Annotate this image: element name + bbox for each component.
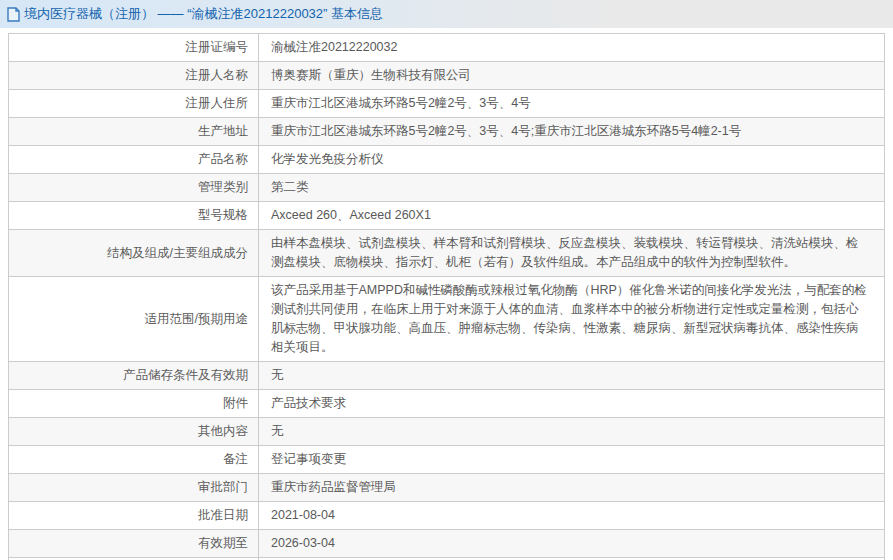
page-title: 境内医疗器械（注册） —— “渝械注准20212220032” 基本信息 <box>24 5 383 23</box>
table-row: 产品名称 化学发光免疫分析仪 <box>9 146 885 174</box>
field-value: 第二类 <box>259 174 885 202</box>
field-value: 无 <box>259 418 885 446</box>
field-label: 产品储存条件及有效期 <box>9 362 259 390</box>
field-label: 注册人名称 <box>9 62 259 90</box>
registration-info-table: 注册证编号 渝械注准20212220032 注册人名称 博奥赛斯（重庆）生物科技… <box>8 33 885 560</box>
field-label: 其他内容 <box>9 418 259 446</box>
table-row: 型号规格 Axceed 260、Axceed 260X1 <box>9 202 885 230</box>
field-label: 管理类别 <box>9 174 259 202</box>
field-label: 适用范围/预期用途 <box>9 277 259 362</box>
field-value: 由样本盘模块、试剂盘模块、样本臂和试剂臂模块、反应盘模块、装载模块、转运臂模块、… <box>259 230 885 277</box>
table-row: 产品储存条件及有效期 无 <box>9 362 885 390</box>
document-icon <box>7 7 20 22</box>
table-row: 结构及组成/主要组成成分 由样本盘模块、试剂盘模块、样本臂和试剂臂模块、反应盘模… <box>9 230 885 277</box>
field-value: Axceed 260、Axceed 260X1 <box>259 202 885 230</box>
field-label: 注册人住所 <box>9 90 259 118</box>
field-value: 渝械注准20212220032 <box>259 34 885 62</box>
field-value: 重庆市江北区港城东环路5号2幢2号、3号、4号 <box>259 90 885 118</box>
field-value: 登记事项变更 <box>259 446 885 474</box>
field-value: 无 <box>259 362 885 390</box>
field-value: 重庆市江北区港城东环路5号2幢2号、3号、4号;重庆市江北区港城东环路5号4幢2… <box>259 118 885 146</box>
field-label: 生产地址 <box>9 118 259 146</box>
table-row: 注册人住所 重庆市江北区港城东环路5号2幢2号、3号、4号 <box>9 90 885 118</box>
field-label: 备注 <box>9 446 259 474</box>
table-row: 有效期至 2026-03-04 <box>9 530 885 558</box>
field-value: 化学发光免疫分析仪 <box>259 146 885 174</box>
field-label: 注册证编号 <box>9 34 259 62</box>
field-value: 博奥赛斯（重庆）生物科技有限公司 <box>259 62 885 90</box>
field-label: 附件 <box>9 390 259 418</box>
field-value: 重庆市药品监督管理局 <box>259 474 885 502</box>
field-value: 该产品采用基于AMPPD和碱性磷酸酶或辣根过氧化物酶（HRP）催化鲁米诺的间接化… <box>259 277 885 362</box>
page-header: 境内医疗器械（注册） —— “渝械注准20212220032” 基本信息 <box>0 0 893 28</box>
table-row: 附件 产品技术要求 <box>9 390 885 418</box>
table-row: 备注 登记事项变更 <box>9 446 885 474</box>
field-label: 结构及组成/主要组成成分 <box>9 230 259 277</box>
table-row: 管理类别 第二类 <box>9 174 885 202</box>
field-value: 2026-03-04 <box>259 530 885 558</box>
field-label: 审批部门 <box>9 474 259 502</box>
field-value: 产品技术要求 <box>259 390 885 418</box>
field-label: 型号规格 <box>9 202 259 230</box>
table-row: 适用范围/预期用途 该产品采用基于AMPPD和碱性磷酸酶或辣根过氧化物酶（HRP… <box>9 277 885 362</box>
field-label: 有效期至 <box>9 530 259 558</box>
field-label: 批准日期 <box>9 502 259 530</box>
table-row: 其他内容 无 <box>9 418 885 446</box>
table-row: 审批部门 重庆市药品监督管理局 <box>9 474 885 502</box>
table-row: 注册人名称 博奥赛斯（重庆）生物科技有限公司 <box>9 62 885 90</box>
table-row: 生产地址 重庆市江北区港城东环路5号2幢2号、3号、4号;重庆市江北区港城东环路… <box>9 118 885 146</box>
table-row: 注册证编号 渝械注准20212220032 <box>9 34 885 62</box>
field-label: 产品名称 <box>9 146 259 174</box>
table-row: 批准日期 2021-08-04 <box>9 502 885 530</box>
field-value: 2021-08-04 <box>259 502 885 530</box>
